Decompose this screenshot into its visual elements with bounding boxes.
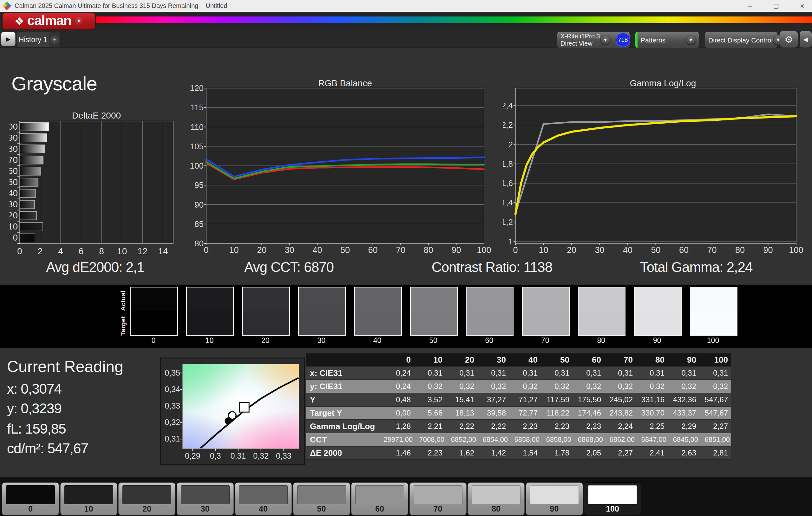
pattern-button-90[interactable]: 90 (526, 482, 583, 515)
pattern-button-100[interactable]: 100 (584, 482, 641, 515)
current-reading-x: x: 0,3074 (7, 381, 61, 397)
table-cell: 6847,00 (636, 433, 668, 446)
swatch-target-0 (131, 311, 177, 335)
table-cell: 0,24 (382, 366, 414, 380)
display-control-label: Direct Display Control (708, 36, 773, 44)
collapse-panel-button[interactable]: ◀ (799, 31, 812, 48)
pattern-button-50[interactable]: 50 (293, 482, 350, 515)
pattern-button-10[interactable]: 10 (60, 482, 117, 515)
svg-text:0,33: 0,33 (165, 401, 180, 410)
display-control-dropdown[interactable]: Direct Display Control ▼ (705, 32, 778, 48)
svg-text:2: 2 (509, 140, 513, 149)
table-cell: 2,22 (446, 420, 477, 433)
table-column-header: 70 (604, 354, 636, 366)
svg-text:100: 100 (789, 245, 803, 255)
swatch-level-label: 40 (354, 336, 401, 345)
target-white-point-marker (239, 402, 249, 412)
stat-avg-cct: Avg CCT: 6870 (244, 259, 334, 275)
pattern-button-label: 30 (177, 504, 233, 513)
pattern-button-60[interactable]: 60 (351, 482, 408, 515)
swatch-level-label: 60 (465, 336, 513, 345)
svg-text:110: 110 (191, 122, 204, 132)
table-cell: 433,37 (668, 406, 699, 420)
pattern-button-40[interactable]: 40 (235, 482, 292, 515)
svg-text:0,35: 0,35 (165, 368, 180, 377)
table-column-header: 0 (382, 354, 414, 366)
pattern-swatch-70 (414, 485, 462, 504)
table-cell: 432,36 (668, 393, 699, 406)
svg-text:70: 70 (9, 155, 18, 165)
table-cell: 0,31 (477, 366, 509, 380)
svg-text:8: 8 (99, 246, 104, 256)
svg-text:115: 115 (191, 103, 204, 112)
pattern-button-30[interactable]: 30 (177, 482, 234, 515)
settings-button[interactable]: ⚙ (780, 31, 798, 48)
swatch-actual-10 (187, 287, 233, 311)
svg-text:70: 70 (396, 245, 405, 255)
svg-text:30: 30 (595, 245, 604, 255)
svg-text:20: 20 (257, 245, 266, 255)
pattern-swatch-40 (239, 485, 288, 504)
table-cell: 1,78 (541, 446, 573, 460)
stat-contrast-ratio: Contrast Ratio: 1138 (432, 259, 552, 275)
table-cell: 2,27 (699, 420, 731, 433)
swatch-level-label: 50 (409, 336, 457, 345)
deltae-bar-90 (20, 134, 47, 142)
table-cell: 6862,00 (604, 433, 636, 446)
meter-dropdown-arrow-icon[interactable]: ▼ (600, 35, 611, 45)
svg-text:0: 0 (17, 246, 22, 256)
pattern-button-0[interactable]: 0 (2, 482, 59, 515)
swatch-level-label: 90 (633, 336, 681, 345)
table-cell: 1,28 (382, 420, 414, 433)
swatch-level-40 (354, 287, 402, 336)
svg-text:12: 12 (138, 246, 147, 256)
pattern-button-label: 100 (584, 504, 641, 513)
swatch-target-40 (355, 311, 401, 335)
pattern-button-70[interactable]: 70 (409, 482, 467, 515)
pattern-button-20[interactable]: 20 (118, 482, 175, 515)
table-cell: 2,25 (636, 420, 668, 433)
patterns-dropdown[interactable]: Patterns ▼ (635, 32, 699, 48)
table-cell: 2,27 (604, 446, 636, 460)
pattern-button-80[interactable]: 80 (467, 482, 525, 515)
table-cell: 0,00 (382, 406, 414, 420)
table-cell: 0,31 (509, 366, 541, 380)
swatch-target-10 (187, 311, 233, 335)
tab-scroll-button[interactable]: ▶ (1, 32, 16, 46)
table-cell: 175,50 (573, 393, 604, 406)
table-cell: 0,32 (636, 380, 668, 393)
swatch-actual-70 (523, 287, 569, 311)
meter-dropdown[interactable]: X-Rite i1Pro 3 Direct View ▼ 718 (557, 32, 630, 48)
svg-text:0,32: 0,32 (165, 418, 180, 427)
table-cell: 330,70 (636, 406, 668, 420)
svg-text:120: 120 (190, 83, 204, 93)
table-cell: 6845,00 (668, 433, 699, 446)
swatch-actual-100 (691, 287, 737, 311)
table-cell: 174,46 (573, 406, 604, 420)
close-icon[interactable]: × (798, 2, 807, 10)
table-cell: 547,67 (699, 393, 731, 406)
cie-chart-overlay: 0,350,340,330,320,310,290,30,310,320,33 (161, 359, 304, 465)
svg-text:20: 20 (567, 245, 576, 255)
table-cell: 2,23 (573, 420, 604, 433)
tab-history-1[interactable]: History 1 (17, 32, 49, 47)
minimize-icon[interactable]: – (745, 2, 755, 10)
svg-text:1,4: 1,4 (503, 198, 513, 207)
add-tab-button[interactable]: + (49, 32, 60, 47)
svg-text:1,8: 1,8 (503, 159, 513, 169)
table-cell: 547,67 (699, 406, 731, 420)
patterns-dropdown-arrow-icon[interactable]: ▼ (686, 35, 696, 45)
swatch-level-30 (298, 287, 346, 336)
swatch-target-50 (411, 311, 457, 335)
calman-menu-button[interactable]: ❖ calman ▼ (3, 13, 95, 29)
pattern-swatch-0 (6, 485, 55, 504)
plus-icon: + (51, 35, 59, 44)
deltae-bar-60 (20, 167, 41, 175)
pattern-swatch-90 (530, 485, 579, 504)
svg-text:50: 50 (340, 245, 350, 255)
table-cell: 0,24 (382, 380, 414, 393)
table-cell: 0,31 (541, 366, 573, 380)
restore-icon[interactable]: □ (772, 2, 781, 10)
brand-header: ❖ calman ▼ (0, 12, 812, 30)
calman-menu-arrow-icon[interactable]: ▼ (75, 17, 83, 26)
